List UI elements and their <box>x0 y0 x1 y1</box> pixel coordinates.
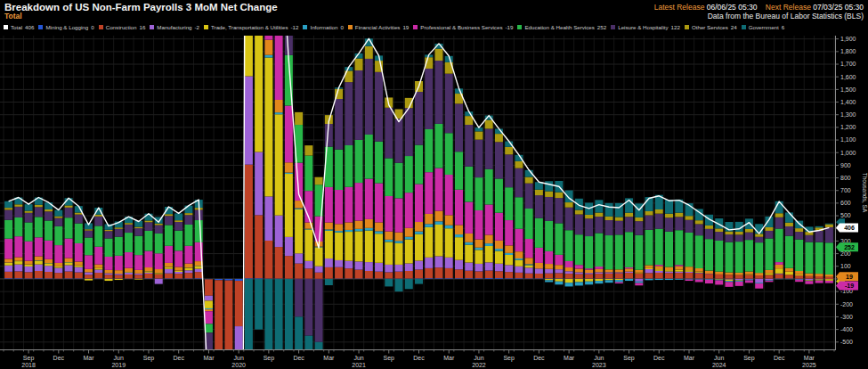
svg-text:Sep: Sep <box>503 355 515 362</box>
svg-text:Mar: Mar <box>323 355 335 361</box>
svg-text:1,900: 1,900 <box>840 36 856 42</box>
svg-text:1,300: 1,300 <box>840 111 856 118</box>
legend-latest-value: 19 <box>402 24 409 30</box>
construction-swatch-icon <box>99 25 103 29</box>
svg-text:1,200: 1,200 <box>840 124 856 130</box>
svg-text:1,700: 1,700 <box>840 61 856 67</box>
svg-text:900: 900 <box>840 162 851 168</box>
svg-text:-500: -500 <box>840 339 853 345</box>
svg-text:Jun: Jun <box>714 355 724 361</box>
svg-text:Dec: Dec <box>653 355 665 361</box>
professional-business-services-swatch-icon <box>413 25 418 29</box>
svg-text:Dec: Dec <box>173 355 184 361</box>
education-health-services-swatch-icon <box>517 25 522 29</box>
legend-item-manufacturing[interactable]: Manufacturing-2 <box>150 24 199 30</box>
next-release-value: 07/03/25 05:30 <box>813 3 864 12</box>
svg-text:Sep: Sep <box>623 355 635 362</box>
y-axis-unit-label: Thousands, SA <box>862 173 868 213</box>
svg-text:2024: 2024 <box>712 362 726 368</box>
legend-label: Other Services <box>692 24 728 30</box>
svg-text:Dec: Dec <box>293 355 304 361</box>
legend-item-trade-transportation-utilities[interactable]: Trade, Transportation & Utilities-12 <box>204 24 298 30</box>
series-legend: Total406Mining & Logging0Construction16M… <box>0 20 868 30</box>
svg-text:1,000: 1,000 <box>840 150 856 156</box>
government-swatch-icon <box>742 25 746 29</box>
legend-label: Leisure & Hospitality <box>618 24 668 30</box>
chart-area[interactable]: -500-400-300-200-10001002003004005006007… <box>0 36 868 369</box>
legend-item-professional-business-services[interactable]: Professional & Business Services-19 <box>413 24 513 30</box>
information-swatch-icon <box>303 25 307 29</box>
legend-item-construction[interactable]: Construction16 <box>99 24 146 30</box>
leisure-hospitality-swatch-icon <box>611 25 615 29</box>
svg-text:Mar: Mar <box>804 355 815 361</box>
svg-text:-200: -200 <box>840 301 853 308</box>
legend-latest-value: 16 <box>139 24 145 30</box>
svg-text:Sep: Sep <box>384 355 395 362</box>
legend-item-other-services[interactable]: Other Services24 <box>685 24 737 30</box>
legend-item-government[interactable]: Government6 <box>742 24 785 30</box>
svg-text:406: 406 <box>844 225 855 231</box>
svg-text:Jun: Jun <box>474 355 483 361</box>
legend-label: Trade, Transportation & Utilities <box>211 24 288 30</box>
data-source-note: Data from the Bureau of Labor Statistics… <box>708 12 864 20</box>
svg-text:2023: 2023 <box>592 362 606 368</box>
legend-label: Financial Activities <box>355 24 401 30</box>
legend-label: Manufacturing <box>157 24 191 30</box>
trade-transportation-utilities-swatch-icon <box>204 25 208 29</box>
chart-subtitle-total: Total <box>4 12 22 20</box>
release-info: Latest Release 06/06/25 05:30 Next Relea… <box>654 2 864 12</box>
mining-logging-swatch-icon <box>38 25 43 29</box>
legend-item-financial-activities[interactable]: Financial Activities19 <box>348 24 409 30</box>
svg-text:Dec: Dec <box>533 355 545 361</box>
svg-text:600: 600 <box>840 200 851 206</box>
svg-text:Mar: Mar <box>443 355 455 361</box>
svg-text:Jun: Jun <box>114 355 124 361</box>
svg-text:Jun: Jun <box>594 355 604 361</box>
svg-text:Jun: Jun <box>353 355 363 361</box>
svg-text:1,500: 1,500 <box>840 86 856 93</box>
svg-text:700: 700 <box>840 187 851 193</box>
svg-text:1,400: 1,400 <box>840 99 856 105</box>
svg-text:2022: 2022 <box>472 362 486 368</box>
svg-text:-400: -400 <box>840 326 853 332</box>
svg-text:Mar: Mar <box>564 355 575 361</box>
svg-text:Sep: Sep <box>23 355 35 362</box>
legend-label: Government <box>749 24 779 30</box>
legend-label: Mining & Logging <box>45 24 88 30</box>
svg-text:2021: 2021 <box>352 362 366 368</box>
svg-text:Mar: Mar <box>203 355 215 361</box>
svg-text:2019: 2019 <box>111 362 126 368</box>
svg-text:Mar: Mar <box>684 355 695 361</box>
svg-text:500: 500 <box>840 212 851 218</box>
legend-latest-value: 0 <box>91 24 93 30</box>
legend-latest-value: -12 <box>291 24 299 30</box>
legend-item-leisure-hospitality[interactable]: Leisure & Hospitality122 <box>611 24 680 30</box>
svg-text:Sep: Sep <box>264 355 275 362</box>
legend-label: Total <box>11 24 22 30</box>
legend-item-education-health-services[interactable]: Education & Health Services252 <box>517 24 606 30</box>
legend-item-information[interactable]: Information0 <box>303 24 343 30</box>
legend-latest-value: -19 <box>505 24 513 30</box>
legend-label: Education & Health Services <box>524 24 594 30</box>
legend-latest-value: 406 <box>25 24 34 30</box>
legend-latest-value: 24 <box>731 24 737 30</box>
svg-text:Sep: Sep <box>743 355 755 362</box>
svg-text:1,800: 1,800 <box>840 48 856 54</box>
legend-label: Professional & Business Services <box>420 24 502 30</box>
legend-item-mining-logging[interactable]: Mining & Logging0 <box>38 24 93 30</box>
svg-text:Dec: Dec <box>774 355 785 361</box>
financial-activities-swatch-icon <box>348 25 353 29</box>
svg-text:2025: 2025 <box>802 362 816 368</box>
manufacturing-swatch-icon <box>150 25 154 29</box>
svg-text:2018: 2018 <box>21 362 36 368</box>
legend-label: Information <box>310 24 337 30</box>
payrolls-stacked-chart[interactable]: -500-400-300-200-10001002003004005006007… <box>0 36 868 369</box>
latest-release-label: Latest Release <box>654 3 705 12</box>
svg-text:Jun: Jun <box>234 355 244 361</box>
svg-text:Dec: Dec <box>53 355 65 361</box>
svg-text:2020: 2020 <box>231 362 246 368</box>
legend-latest-value: 252 <box>597 24 606 30</box>
legend-item-total[interactable]: Total406 <box>4 24 34 30</box>
legend-latest-value: 6 <box>782 24 784 30</box>
svg-text:1,600: 1,600 <box>840 74 856 80</box>
